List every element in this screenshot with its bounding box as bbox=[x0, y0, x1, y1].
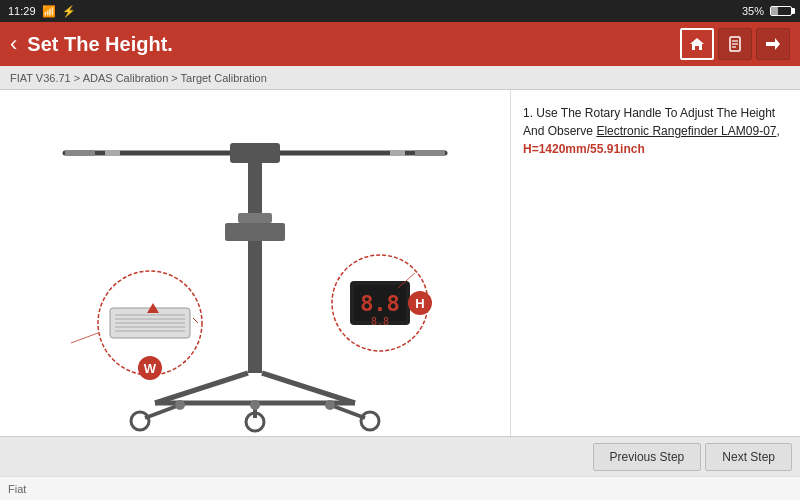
svg-line-15 bbox=[155, 373, 248, 403]
svg-text:W: W bbox=[144, 361, 157, 376]
svg-marker-5 bbox=[766, 38, 780, 50]
battery-fill bbox=[771, 7, 778, 15]
svg-point-21 bbox=[131, 412, 149, 430]
svg-rect-14 bbox=[238, 213, 272, 223]
equipment-diagram: W 8.8 8.8 H bbox=[15, 93, 495, 433]
footer-bar: Previous Step Next Step bbox=[0, 436, 800, 476]
battery-percent: 35% bbox=[742, 5, 764, 17]
export-icon bbox=[765, 37, 781, 51]
height-value: H=1420mm/55.91inch bbox=[523, 142, 645, 156]
svg-line-37 bbox=[193, 318, 198, 323]
svg-marker-0 bbox=[690, 38, 704, 50]
wifi-icon: 📶 bbox=[42, 5, 56, 18]
breadcrumb-text: FIAT V36.71 > ADAS Calibration > Target … bbox=[10, 72, 267, 84]
home-icon bbox=[689, 37, 705, 51]
signal-icon: ⚡ bbox=[62, 5, 76, 18]
doc-button[interactable] bbox=[718, 28, 752, 60]
bottom-status-bar: Fiat bbox=[0, 476, 800, 500]
rangefinder-link: Electronic Rangefinder LAM09-07 bbox=[596, 124, 776, 138]
previous-step-button[interactable]: Previous Step bbox=[593, 443, 702, 471]
svg-point-24 bbox=[175, 400, 185, 410]
page-title: Set The Height. bbox=[27, 33, 670, 56]
svg-rect-10 bbox=[415, 150, 445, 156]
battery-icon bbox=[770, 6, 792, 16]
instructions-step-text: 1. Use The Rotary Handle To Adjust The H… bbox=[523, 106, 780, 156]
svg-text:8.8: 8.8 bbox=[360, 291, 400, 316]
svg-rect-11 bbox=[390, 150, 405, 156]
svg-point-22 bbox=[361, 412, 379, 430]
status-right: 35% bbox=[742, 5, 792, 17]
next-step-button[interactable]: Next Step bbox=[705, 443, 792, 471]
breadcrumb: FIAT V36.71 > ADAS Calibration > Target … bbox=[0, 66, 800, 90]
main-content: W 8.8 8.8 H 1. Use The Rotary Handle To … bbox=[0, 90, 800, 436]
home-button[interactable] bbox=[680, 28, 714, 60]
diagram-area: W 8.8 8.8 H bbox=[0, 90, 510, 436]
svg-rect-12 bbox=[248, 163, 262, 373]
svg-line-16 bbox=[262, 373, 355, 403]
svg-point-26 bbox=[250, 400, 260, 410]
header-icon-group bbox=[680, 28, 790, 60]
svg-line-45 bbox=[71, 333, 98, 343]
status-bar: 11:29 📶 ⚡ 35% bbox=[0, 0, 800, 22]
time-display: 11:29 bbox=[8, 5, 36, 17]
svg-rect-13 bbox=[225, 223, 285, 241]
status-left: 11:29 📶 ⚡ bbox=[8, 5, 76, 18]
header: ‹ Set The Height. bbox=[0, 22, 800, 66]
export-button[interactable] bbox=[756, 28, 790, 60]
bottom-status-text: Fiat bbox=[8, 483, 26, 495]
svg-rect-7 bbox=[230, 143, 280, 163]
svg-point-25 bbox=[325, 400, 335, 410]
back-button[interactable]: ‹ bbox=[10, 33, 17, 55]
svg-rect-9 bbox=[105, 150, 120, 156]
svg-text:8.8: 8.8 bbox=[371, 316, 389, 327]
doc-icon bbox=[728, 36, 742, 52]
svg-rect-8 bbox=[65, 150, 95, 156]
svg-text:H: H bbox=[415, 296, 424, 311]
instructions-panel: 1. Use The Rotary Handle To Adjust The H… bbox=[510, 90, 800, 436]
